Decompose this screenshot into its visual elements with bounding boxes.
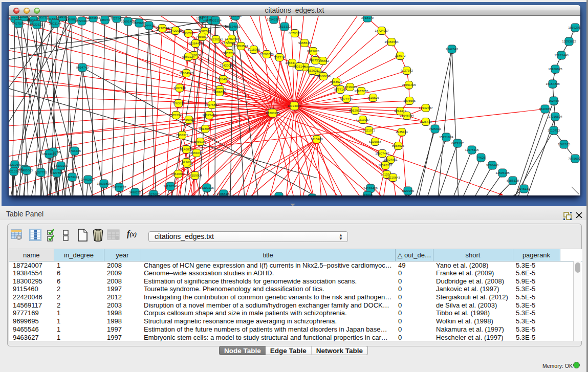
svg-text:6466160: 6466160 — [194, 140, 207, 143]
svg-text:3498222: 3498222 — [129, 190, 142, 194]
svg-text:10807487: 10807487 — [375, 151, 389, 155]
svg-text:15524851: 15524851 — [383, 158, 398, 161]
svg-text:19654985: 19654985 — [216, 77, 230, 81]
svg-text:13353594: 13353594 — [234, 44, 248, 48]
svg-text:16120746: 16120746 — [163, 184, 178, 188]
svg-text:9529966: 9529966 — [402, 189, 415, 192]
svg-text:8878312: 8878312 — [289, 31, 301, 35]
svg-text:1588520: 1588520 — [182, 31, 195, 35]
svg-text:12213383: 12213383 — [9, 169, 21, 173]
svg-text:16033809: 16033809 — [97, 182, 111, 185]
svg-text:14463627: 14463627 — [81, 178, 95, 181]
svg-text:9227342: 9227342 — [401, 69, 413, 72]
svg-text:1125419: 1125419 — [420, 120, 432, 123]
svg-text:7632621: 7632621 — [31, 23, 43, 26]
svg-text:2803144: 2803144 — [293, 64, 306, 68]
svg-text:8938925: 8938925 — [392, 144, 405, 147]
svg-text:1640935: 1640935 — [539, 107, 552, 111]
svg-text:28053346: 28053346 — [169, 113, 183, 117]
svg-text:18724007: 18724007 — [287, 104, 301, 107]
svg-text:16914479: 16914479 — [42, 152, 56, 156]
svg-text:8454749: 8454749 — [76, 65, 89, 69]
svg-text:16210643: 16210643 — [9, 163, 22, 166]
svg-text:15524851: 15524851 — [226, 25, 241, 28]
svg-text:5226058: 5226058 — [369, 140, 382, 143]
svg-text:9427552: 9427552 — [12, 21, 25, 25]
svg-text:9657791: 9657791 — [35, 170, 48, 174]
svg-text:23975867: 23975867 — [205, 103, 219, 106]
svg-text:15716485: 15716485 — [343, 85, 357, 89]
svg-text:10973493: 10973493 — [65, 175, 79, 179]
svg-text:7357224: 7357224 — [223, 51, 236, 55]
svg-text:9115460: 9115460 — [311, 137, 323, 141]
svg-text:15751074: 15751074 — [439, 135, 453, 139]
svg-text:17359924: 17359924 — [188, 173, 202, 177]
svg-text:12213967: 12213967 — [356, 118, 370, 121]
svg-text:7485063: 7485063 — [20, 168, 33, 172]
svg-text:8938925: 8938925 — [229, 16, 242, 17]
svg-text:1010753: 1010753 — [548, 128, 560, 132]
svg-text:74626: 74626 — [476, 156, 486, 159]
svg-text:19654923: 19654923 — [179, 71, 193, 75]
svg-text:9463627: 9463627 — [330, 80, 343, 83]
svg-text:6479197: 6479197 — [451, 141, 464, 145]
svg-text:12923448: 12923448 — [554, 53, 569, 57]
svg-text:2803144: 2803144 — [49, 21, 62, 25]
svg-text:2718170: 2718170 — [361, 16, 374, 19]
svg-text:16648784: 16648784 — [400, 114, 414, 117]
svg-text:8186328: 8186328 — [507, 179, 519, 182]
svg-text:117006: 117006 — [362, 193, 373, 195]
svg-text:8912954: 8912954 — [349, 108, 362, 112]
svg-text:2984067: 2984067 — [190, 151, 203, 155]
svg-text:62160: 62160 — [182, 160, 191, 164]
svg-text:138072: 138072 — [395, 54, 406, 57]
svg-text:2935114: 2935114 — [209, 18, 222, 22]
svg-text:9427552: 9427552 — [309, 58, 322, 62]
svg-text:1527602: 1527602 — [147, 192, 160, 195]
svg-text:1615132: 1615132 — [278, 25, 291, 28]
svg-text:8471626: 8471626 — [307, 49, 320, 53]
svg-text:17016504: 17016504 — [548, 115, 562, 118]
svg-text:23420046: 23420046 — [168, 29, 183, 32]
svg-text:7986372: 7986372 — [176, 133, 189, 137]
svg-text:162454: 162454 — [549, 99, 559, 102]
svg-text:20206576: 20206576 — [259, 52, 274, 56]
svg-text:10543362: 10543362 — [267, 17, 281, 21]
svg-text:10688609: 10688609 — [316, 74, 331, 78]
svg-text:15300215: 15300215 — [200, 186, 214, 189]
svg-text:19384554: 19384554 — [384, 40, 399, 43]
svg-text:1244419: 1244419 — [143, 24, 156, 27]
svg-text:10958107: 10958107 — [216, 192, 231, 195]
svg-text:12975115: 12975115 — [465, 148, 479, 151]
svg-text:18300295: 18300295 — [54, 164, 68, 167]
svg-text:19384554: 19384554 — [86, 16, 100, 19]
svg-text:7632621: 7632621 — [306, 69, 319, 72]
svg-text:19166825: 19166825 — [548, 67, 562, 71]
svg-text:20364436: 20364436 — [188, 41, 203, 45]
svg-text:8813054: 8813054 — [199, 127, 212, 130]
svg-text:14569117: 14569117 — [182, 118, 196, 121]
svg-text:9790448: 9790448 — [486, 163, 499, 167]
svg-text:1875685: 1875685 — [403, 99, 416, 102]
svg-text:15692951: 15692951 — [568, 26, 580, 29]
svg-text:18724007: 18724007 — [75, 19, 89, 23]
svg-text:1621072: 1621072 — [363, 128, 376, 132]
svg-text:9427502: 9427502 — [51, 171, 63, 174]
svg-text:1145131: 1145131 — [518, 187, 530, 190]
svg-text:70756928: 70756928 — [568, 157, 580, 160]
svg-text:252214: 252214 — [274, 55, 285, 59]
svg-text:7663822: 7663822 — [172, 101, 185, 105]
svg-text:10853287: 10853287 — [112, 185, 126, 189]
svg-text:3267110: 3267110 — [173, 86, 186, 90]
svg-text:2687682: 2687682 — [199, 29, 211, 33]
svg-text:9465546: 9465546 — [298, 41, 311, 45]
svg-text:9242843: 9242843 — [446, 47, 459, 51]
svg-text:1362615: 1362615 — [558, 142, 571, 146]
svg-text:12505135: 12505135 — [495, 171, 510, 174]
svg-text:9860124: 9860124 — [182, 55, 195, 58]
svg-text:19218506: 19218506 — [155, 26, 169, 30]
svg-text:10543362: 10543362 — [378, 163, 393, 167]
svg-text:2935114: 2935114 — [396, 130, 408, 134]
svg-text:9474444: 9474444 — [340, 97, 353, 100]
svg-text:9699695: 9699695 — [213, 90, 226, 94]
